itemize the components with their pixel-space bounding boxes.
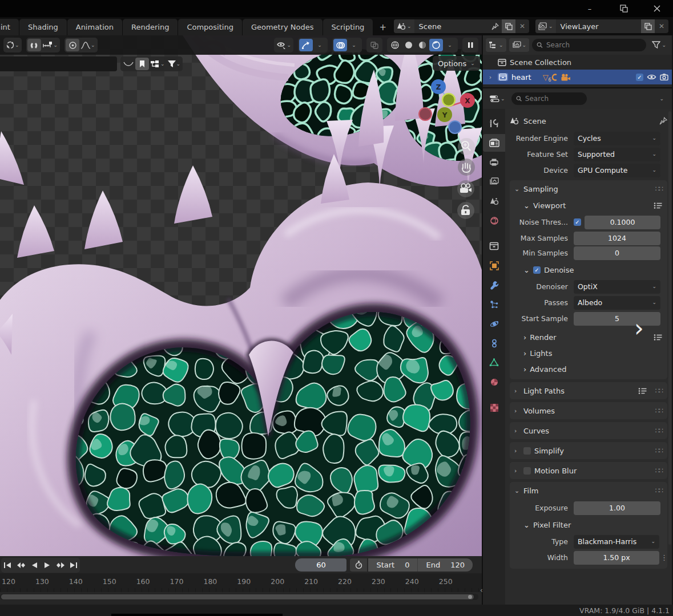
overlays-toggle[interactable] (333, 39, 347, 51)
play-reverse-button[interactable] (27, 558, 41, 572)
curves-header[interactable]: › Curves ∷∷ (510, 422, 667, 439)
tab-view-layer[interactable] (483, 173, 505, 191)
noise-threshold-checkbox[interactable]: ✓ (574, 218, 581, 226)
lights-subpanel-header[interactable]: › Lights (510, 345, 667, 361)
noise-threshold-field[interactable]: 0.1000 (585, 216, 660, 229)
3d-viewport[interactable]: Z X Y (0, 35, 482, 556)
add-workspace-button[interactable]: + (373, 19, 392, 35)
bookmark-button[interactable] (135, 58, 149, 70)
outliner-filter-id-type[interactable]: ⌄ (509, 38, 530, 52)
pin-icon[interactable] (659, 117, 667, 125)
prev-keyframe-button[interactable] (14, 558, 27, 572)
outliner-search-input[interactable] (546, 41, 642, 49)
render-subpanel-header[interactable]: › Render (510, 329, 667, 345)
curve-falloff-button[interactable] (122, 58, 135, 70)
animate-decorator-icon[interactable]: ⋮ (660, 553, 667, 562)
unlink-scene-button[interactable]: ✕ (515, 19, 529, 33)
lock-button[interactable] (457, 202, 474, 219)
scene-name[interactable]: Scene (414, 22, 488, 31)
scrollbar-handle[interactable] (468, 595, 472, 599)
pan-button[interactable] (458, 159, 475, 176)
shading-dropdown[interactable]: ⌄ (443, 39, 457, 51)
pixel-filter-subpanel-header[interactable]: ⌄ Pixel Filter (510, 517, 667, 533)
panel-drag-dots[interactable]: ∷∷ (655, 185, 663, 193)
max-samples-field[interactable]: 1024 (574, 232, 660, 245)
tab-modifiers[interactable] (483, 276, 505, 294)
start-sample-field[interactable]: 5 (574, 312, 660, 326)
panel-drag-dots[interactable]: ∷∷ (655, 427, 663, 435)
pixel-filter-type-dropdown[interactable]: Blackman-Harris⌄ (574, 535, 659, 549)
denoise-subpanel-header[interactable]: ⌄ ✓ Denoise (510, 262, 667, 278)
tab-constraints[interactable] (483, 334, 505, 352)
advanced-subpanel-header[interactable]: › Advanced (510, 361, 667, 377)
passes-dropdown[interactable]: Albedo⌄ (574, 296, 660, 310)
outliner-display-mode[interactable]: ⌄ (486, 38, 506, 52)
collection-checkbox[interactable]: ✓ (636, 74, 643, 81)
film-header[interactable]: ⌄ Film ∷∷ (510, 482, 667, 499)
xray-toggle[interactable] (368, 39, 381, 51)
denoiser-dropdown[interactable]: OptiX⌄ (574, 280, 660, 294)
end-frame-field[interactable]: End 120 (417, 558, 473, 572)
visibility-dropdown[interactable]: ⌄ (275, 39, 292, 51)
tab-output[interactable] (483, 153, 505, 171)
filter-button[interactable]: ⌄ (166, 58, 182, 70)
workspace-tab-scripting[interactable]: Scripting (323, 19, 373, 35)
workspace-tab-rendering[interactable]: Rendering (123, 19, 178, 35)
snap-settings-button[interactable]: ⌄ (41, 39, 59, 51)
hierarchy-button[interactable]: ⌄ (149, 58, 166, 70)
new-scene-button[interactable] (502, 19, 515, 33)
panel-drag-dots[interactable]: ∷∷ (655, 407, 663, 415)
device-dropdown[interactable]: GPU Compute⌄ (574, 164, 660, 177)
scene-collection-row[interactable]: Scene Collection (483, 55, 672, 70)
feature-set-dropdown[interactable]: Supported⌄ (574, 148, 660, 161)
properties-context-button[interactable]: ⌄ (486, 92, 508, 106)
falloff-button[interactable]: ⌄ (79, 39, 96, 51)
shading-wireframe-button[interactable] (388, 39, 402, 51)
motion-blur-checkbox[interactable] (523, 467, 531, 475)
properties-scrollbar[interactable] (668, 111, 671, 545)
scene-browse-button[interactable]: ⌄ (394, 19, 414, 33)
properties-search[interactable] (511, 92, 587, 105)
viewport-options-button[interactable]: Options ⌄ (433, 56, 480, 71)
sampling-panel-header[interactable]: ⌄ Sampling ∷∷ (510, 180, 667, 197)
snap-toggle[interactable] (27, 39, 41, 51)
tab-material[interactable] (483, 373, 505, 391)
properties-search-input[interactable] (525, 95, 582, 103)
tab-object[interactable] (483, 257, 505, 274)
use-preview-range-button[interactable] (350, 558, 367, 572)
panel-drag-dots[interactable]: ∷∷ (655, 387, 663, 395)
presets-icon[interactable] (654, 202, 663, 209)
tab-texture[interactable] (483, 399, 505, 416)
pause-render-button[interactable] (464, 39, 477, 51)
shading-solid-button[interactable] (402, 39, 416, 51)
restore-button[interactable] (614, 2, 634, 15)
simplify-header[interactable]: › Simplify ∷∷ (510, 442, 667, 459)
viewport-canvas[interactable]: Z X Y (0, 35, 482, 556)
exposure-field[interactable]: 1.00 (574, 501, 660, 515)
outliner-filter-button[interactable]: ⌄ (649, 38, 669, 52)
light-paths-header[interactable]: › Light Paths ∷∷ (510, 382, 667, 399)
next-keyframe-button[interactable] (54, 558, 67, 572)
viewlayer-name[interactable]: ViewLayer (556, 22, 641, 31)
workspace-tab-shading[interactable]: Shading (19, 19, 67, 35)
pin-button[interactable] (488, 19, 502, 33)
workspace-tab-aint[interactable]: aint (0, 19, 19, 35)
frame-ruler[interactable]: 1201301401501601701801902002102202302402… (0, 573, 482, 592)
workspace-tab-geometry-nodes[interactable]: Geometry Nodes (243, 19, 323, 35)
panel-drag-dots[interactable]: ∷∷ (655, 467, 663, 475)
gizmos-toggle[interactable] (299, 39, 313, 51)
transform-orientation-button[interactable]: ⌄ (5, 39, 21, 51)
panel-drag-dots[interactable]: ∷∷ (655, 487, 663, 495)
denoise-checkbox[interactable]: ✓ (533, 266, 541, 274)
shading-material-button[interactable] (416, 39, 429, 51)
pixel-filter-width-field[interactable]: 1.50 px (574, 551, 659, 565)
play-button[interactable] (41, 558, 54, 572)
close-button[interactable] (647, 2, 667, 15)
workspace-tab-compositing[interactable]: Compositing (178, 19, 242, 35)
gizmo-axis-z-neg[interactable] (449, 121, 461, 133)
minimize-button[interactable]: – (580, 2, 599, 15)
zoom-button[interactable] (458, 138, 475, 155)
current-frame-field[interactable]: 60 (295, 558, 346, 572)
tab-particles[interactable] (483, 295, 505, 313)
hide-eye-icon[interactable] (647, 74, 656, 80)
